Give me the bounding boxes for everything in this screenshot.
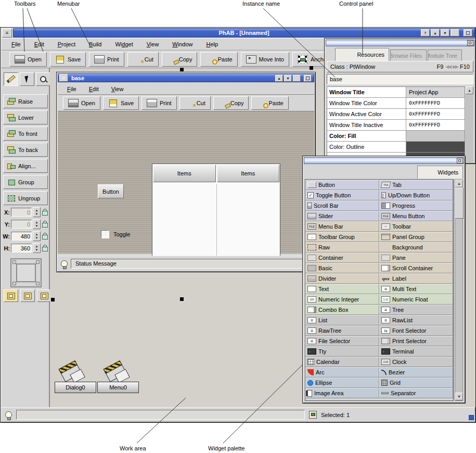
palette-item-toolbar[interactable]: ▫▫ Toolbar — [379, 221, 453, 232]
base-save-button[interactable]: Save — [103, 96, 139, 110]
restore-button[interactable] — [451, 29, 459, 36]
tab-resources[interactable]: Resources — [335, 48, 389, 61]
palette-item-pane[interactable]: Pane — [379, 253, 453, 263]
scroll-down-icon[interactable]: ▼ — [455, 393, 463, 400]
property-window-title-inactive[interactable]: Window Title Inactive 0xFFFFFFFD — [327, 120, 465, 131]
designed-toggle-widget[interactable]: Toggle — [101, 230, 130, 238]
property-color-fill[interactable]: Color: Fill — [327, 131, 465, 142]
base-cut-button[interactable]: Cut — [179, 96, 211, 110]
instance-name-input[interactable] — [327, 74, 473, 84]
palette-item-bezier[interactable]: Bezier — [379, 367, 453, 378]
palette-item-multi-text[interactable]: ≡ Multi Text — [379, 284, 453, 294]
menu-view[interactable]: View — [147, 41, 159, 47]
palette-item-combo-box[interactable]: Combo Box — [305, 305, 379, 315]
lock-icon[interactable] — [42, 221, 48, 228]
scroll-up-icon[interactable]: ▲ — [466, 86, 473, 94]
align-button[interactable]: Align... — [3, 159, 48, 173]
menu-file[interactable]: File — [11, 41, 21, 47]
base-restore-button[interactable] — [293, 75, 301, 82]
menu-edit[interactable]: Edit — [34, 41, 44, 47]
property-window-title[interactable]: Window Title Project App — [327, 87, 465, 98]
palette-item-text[interactable]: Text — [305, 284, 379, 294]
palette-item-panel-group[interactable]: Panel Group — [379, 232, 453, 242]
property-color-outline[interactable]: Color: Outline — [327, 142, 465, 153]
palette-item-rawlist[interactable]: ≡ RawList — [379, 315, 453, 325]
palette-item-tty[interactable]: › Tty — [305, 346, 379, 357]
menu-build[interactable]: Build — [89, 41, 101, 47]
base-content-area[interactable]: Button Toggle Items Items — [58, 111, 314, 254]
group-button[interactable]: Group — [3, 175, 48, 189]
lower-button[interactable]: Lower — [3, 110, 48, 124]
palette-item-basic[interactable]: Basic — [305, 263, 379, 273]
palette-item-label[interactable]: qnx Label — [379, 273, 453, 284]
tab-module-tree[interactable]: Module Tree — [428, 49, 462, 61]
scroll-up-icon[interactable]: ▲ — [455, 180, 463, 187]
palette-item-terminal[interactable]: › Terminal — [379, 346, 453, 357]
menu-widget[interactable]: Widget — [115, 41, 133, 47]
palette-item-slider[interactable]: Slider — [305, 211, 379, 221]
base-window-menu-button[interactable]: ≡ — [59, 74, 68, 82]
spinner-control[interactable]: ▲▼ — [33, 207, 41, 217]
base-open-button[interactable]: Open — [63, 96, 100, 110]
to-front-button[interactable]: To front — [3, 127, 48, 141]
palette-item-image-area[interactable]: Image Area — [305, 388, 379, 398]
palette-item-raw[interactable]: Raw — [305, 242, 379, 253]
draw-tool-button[interactable] — [4, 72, 18, 86]
palette-item-scroll-container[interactable]: Scroll Container — [379, 263, 453, 273]
base-menu-view[interactable]: View — [111, 86, 124, 92]
palette-item-list[interactable]: ≡ List — [305, 315, 379, 325]
palette-item-file-selector[interactable]: ≡ File Selector — [305, 336, 379, 346]
palette-titlebar[interactable] — [304, 157, 464, 164]
w-field[interactable] — [11, 232, 32, 241]
palette-item-clock[interactable]: 2:00 Clock — [379, 357, 453, 367]
palette-item-print-selector[interactable]: Print Selector — [379, 336, 453, 346]
base-menu-edit[interactable]: Edit — [89, 86, 99, 92]
list-column-header[interactable]: Items — [153, 165, 216, 182]
dialog-module-icon[interactable] — [58, 361, 89, 383]
select-tool-button[interactable] — [20, 72, 34, 86]
base-module-window[interactable]: ≡ base ▲ ▼ File Edit View — [56, 72, 316, 272]
cut-button[interactable]: Cut — [127, 52, 159, 67]
palette-item-menu-button[interactable]: FILE Menu Button — [379, 211, 453, 221]
help-button[interactable]: ? — [421, 29, 430, 36]
palette-item-background[interactable]: Background — [379, 242, 453, 253]
menu-module-icon[interactable] — [102, 361, 134, 383]
selection-handle[interactable] — [310, 66, 313, 70]
open-button[interactable]: Open — [9, 52, 47, 67]
base-menu-file[interactable]: File — [67, 86, 76, 92]
palette-item-tab[interactable]: TAB Tab — [379, 180, 453, 190]
ungroup-button[interactable]: Ungroup — [3, 191, 48, 205]
designed-list-widget[interactable]: Items Items — [152, 163, 280, 267]
x-field[interactable] — [11, 208, 32, 217]
property-window-title-color[interactable]: Window Title Color 0xFFFFFFFD — [327, 98, 465, 109]
property-window-active-color[interactable]: Window Active Color 0xFFFFFFFD — [327, 109, 465, 120]
h-field[interactable] — [11, 244, 32, 253]
palette-item-toggle-button[interactable]: ✓ Toggle Button — [305, 190, 379, 200]
menu-help[interactable]: Help — [206, 41, 218, 47]
palette-item-font-selector[interactable]: fa Font Selector — [379, 325, 453, 336]
menu-project[interactable]: Project — [58, 41, 75, 47]
designed-button-widget[interactable]: Button — [98, 184, 124, 198]
palette-scrollbar[interactable]: ▲ ▼ — [455, 179, 463, 401]
menu-module-label[interactable]: Menu0 — [97, 382, 139, 393]
palette-item-toolbar-group[interactable]: --- Toolbar Group — [305, 232, 379, 242]
base-minimize-button[interactable]: ▲ — [275, 75, 283, 82]
print-button[interactable]: Print — [89, 52, 124, 67]
spinner-control[interactable]: ▲▼ — [33, 243, 41, 253]
zoom-tool-button[interactable] — [36, 72, 50, 86]
palette-item-scroll-bar[interactable]: Scroll Bar — [305, 200, 379, 211]
maximize-button[interactable]: ▼ — [441, 29, 449, 36]
palette-item-button[interactable]: Button — [305, 180, 379, 190]
palette-item-grid[interactable]: Grid — [379, 378, 453, 388]
scrollbar-thumb[interactable] — [455, 187, 464, 219]
base-copy-button[interactable]: Copy — [213, 96, 249, 110]
palette-item-calendar[interactable]: Calendar — [305, 357, 379, 367]
window-menu-button[interactable]: ≡ — [2, 29, 12, 37]
y-field[interactable] — [11, 220, 32, 229]
palette-item-progress[interactable]: Progress — [379, 200, 453, 211]
layout-tool-button-2[interactable] — [20, 290, 35, 302]
layout-tool-button-1[interactable] — [4, 290, 18, 302]
menu-window[interactable]: Window — [172, 41, 192, 47]
palette-item-tree[interactable]: ≡ Tree — [379, 305, 453, 315]
raise-button[interactable]: Raise — [3, 94, 48, 108]
